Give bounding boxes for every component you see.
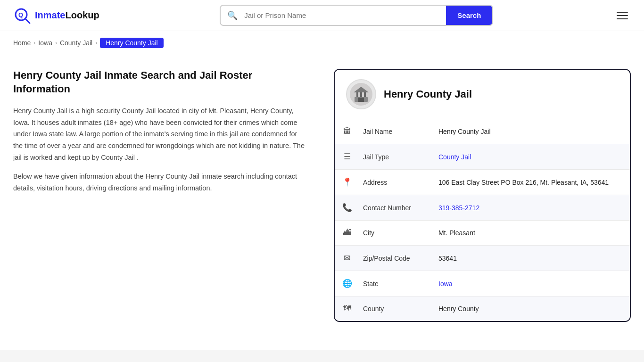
county-label: County bbox=[359, 297, 435, 320]
card-title: Henry County Jail bbox=[384, 88, 472, 100]
state-label: State bbox=[359, 272, 435, 295]
row-jail-name: 🏛 Jail Name Henry County Jail bbox=[335, 119, 630, 144]
svg-rect-6 bbox=[360, 92, 362, 97]
address-icon: 📍 bbox=[335, 170, 359, 195]
breadcrumb-iowa[interactable]: Iowa bbox=[38, 39, 52, 47]
search-button[interactable]: Search bbox=[446, 6, 492, 25]
breadcrumb-current: Henry County Jail bbox=[100, 38, 164, 48]
logo-text: InmateLookup bbox=[35, 10, 99, 21]
contact-value: 319-385-2712 bbox=[435, 197, 630, 219]
breadcrumb-county-jail[interactable]: County Jail bbox=[60, 39, 92, 47]
city-value: Mt. Pleasant bbox=[435, 222, 630, 244]
svg-rect-7 bbox=[364, 92, 366, 97]
search-icon: 🔍 bbox=[221, 10, 242, 21]
county-value: Henry County bbox=[435, 297, 630, 320]
svg-rect-5 bbox=[356, 92, 358, 97]
jail-avatar bbox=[346, 79, 376, 109]
page-heading: Henry County Jail Inmate Search and Jail… bbox=[13, 69, 305, 96]
zip-label: Zip/Postal Code bbox=[359, 247, 435, 270]
jail-type-link[interactable]: County Jail bbox=[438, 153, 471, 161]
jail-name-value: Henry County Jail bbox=[435, 120, 630, 143]
row-state: 🌐 State Iowa bbox=[335, 271, 630, 296]
zip-value: 53641 bbox=[435, 247, 630, 270]
breadcrumb-chevron-3: › bbox=[95, 40, 97, 46]
svg-text:Q: Q bbox=[18, 11, 23, 18]
state-link[interactable]: Iowa bbox=[438, 280, 453, 288]
city-icon: 🏙 bbox=[335, 221, 359, 245]
row-county: 🗺 County Henry County bbox=[335, 296, 630, 321]
left-panel: Henry County Jail Inmate Search and Jail… bbox=[13, 69, 315, 202]
breadcrumb-chevron-2: › bbox=[55, 40, 57, 46]
site-logo[interactable]: Q InmateLookup bbox=[13, 7, 99, 25]
svg-line-1 bbox=[25, 19, 30, 23]
info-card: Henry County Jail 🏛 Jail Name Henry Coun… bbox=[334, 69, 631, 322]
contact-icon: 📞 bbox=[335, 195, 359, 220]
hamburger-line-2 bbox=[617, 15, 628, 16]
row-city: 🏙 City Mt. Pleasant bbox=[335, 220, 630, 245]
contact-label: Contact Number bbox=[359, 197, 435, 219]
jail-name-label: Jail Name bbox=[359, 120, 435, 143]
row-address: 📍 Address 106 East Clay Street PO Box 21… bbox=[335, 169, 630, 195]
jail-type-value: County Jail bbox=[435, 146, 630, 168]
row-zip: ✉ Zip/Postal Code 53641 bbox=[335, 245, 630, 271]
search-bar: 🔍 Search bbox=[220, 5, 493, 26]
hamburger-line-3 bbox=[617, 18, 628, 19]
search-input[interactable] bbox=[242, 7, 446, 24]
jail-type-label: Jail Type bbox=[359, 146, 435, 168]
state-icon: 🌐 bbox=[335, 271, 359, 296]
description-para-2: Below we have given information about th… bbox=[13, 171, 305, 194]
courthouse-icon bbox=[350, 83, 372, 106]
breadcrumb-home[interactable]: Home bbox=[13, 39, 31, 47]
city-label: City bbox=[359, 222, 435, 244]
jail-name-icon: 🏛 bbox=[335, 119, 359, 144]
breadcrumb-chevron-1: › bbox=[33, 40, 35, 46]
breadcrumb: Home › Iowa › County Jail › Henry County… bbox=[0, 31, 644, 55]
menu-button[interactable] bbox=[614, 9, 631, 22]
county-icon: 🗺 bbox=[335, 296, 359, 321]
address-value: 106 East Clay Street PO Box 216, Mt. Ple… bbox=[435, 171, 630, 194]
footer bbox=[0, 350, 644, 362]
zip-icon: ✉ bbox=[335, 246, 359, 271]
hamburger-line-1 bbox=[617, 12, 628, 13]
description-para-1: Henry County Jail is a high security Cou… bbox=[13, 105, 305, 163]
state-value: Iowa bbox=[435, 272, 630, 295]
info-card-header: Henry County Jail bbox=[335, 70, 630, 119]
svg-rect-9 bbox=[358, 98, 364, 102]
logo-icon: Q bbox=[13, 7, 31, 25]
jail-type-icon: ☰ bbox=[335, 144, 359, 169]
row-contact: 📞 Contact Number 319-385-2712 bbox=[335, 195, 630, 220]
info-rows: 🏛 Jail Name Henry County Jail ☰ Jail Typ… bbox=[335, 119, 630, 321]
address-label: Address bbox=[359, 171, 435, 194]
contact-link[interactable]: 319-385-2712 bbox=[438, 204, 479, 212]
row-jail-type: ☰ Jail Type County Jail bbox=[335, 144, 630, 169]
